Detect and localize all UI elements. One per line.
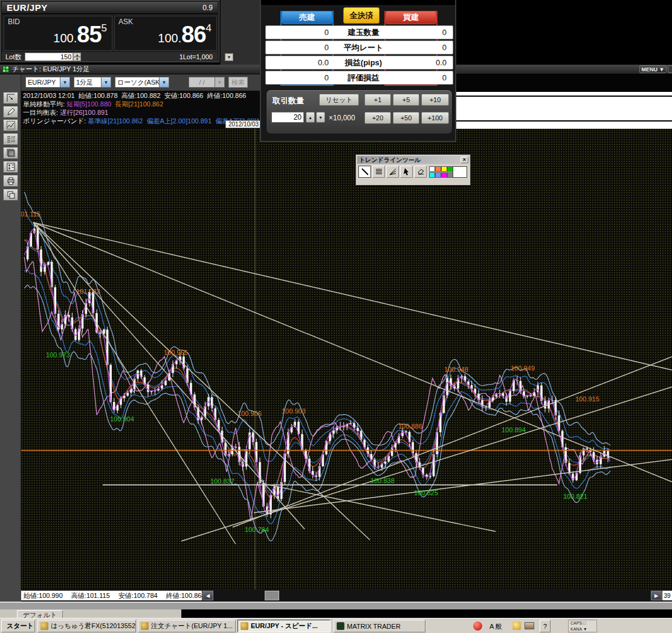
order-panel-grip[interactable]: [261, 0, 455, 6]
crosshair-date-text: 2012/10/03: [228, 121, 259, 128]
help-button[interactable]: ?: [540, 620, 551, 632]
chevron-down-icon[interactable]: ▼: [60, 77, 69, 87]
task-button-matrix-trader[interactable]: MATRIX TRADER: [334, 620, 425, 632]
svg-text:100.784: 100.784: [245, 526, 269, 533]
chart-style-select-value: ローソク(ASK): [115, 78, 159, 87]
panel-collapse-button[interactable]: ▼: [225, 53, 233, 61]
background-strip: [181, 609, 672, 618]
task-button-label: はっちゅう君FX(512013552...: [51, 622, 136, 631]
bollinger-legend-label: ボリンジャーバンド:: [23, 117, 86, 125]
chevron-down-icon[interactable]: ▼: [159, 77, 169, 87]
svg-text:100.894: 100.894: [502, 426, 526, 433]
print-button[interactable]: [3, 175, 18, 187]
bar-info-row: 2012/10/03 12:01 始値:100.878 高値:100.882 安…: [23, 91, 260, 100]
scroll-left-button[interactable]: ◀: [202, 591, 213, 600]
trendline-tool-titlebar[interactable]: トレンドラインツール ×: [357, 156, 470, 164]
qty-down-button[interactable]: ▼: [316, 112, 325, 123]
tray-status-icon[interactable]: [473, 622, 482, 631]
crosshair-tool-button[interactable]: [3, 92, 18, 104]
qty-up-button[interactable]: ▲: [306, 112, 315, 123]
inc-10-label: +10: [430, 96, 441, 103]
tray-toolbox-icon[interactable]: [525, 622, 534, 629]
buy-button[interactable]: 買建: [386, 11, 436, 24]
bar-count: 39: [664, 592, 670, 599]
scroll-right-button[interactable]: ▶: [651, 591, 662, 600]
start-button[interactable]: スタート: [1, 620, 35, 632]
svg-text:100.948: 100.948: [444, 366, 468, 373]
properties-tool-button[interactable]: [3, 161, 18, 173]
avg-rate-row: 0 平均レート 0: [265, 41, 453, 54]
scrollbar-thumb[interactable]: [265, 591, 279, 600]
multi-line-tool-button[interactable]: [372, 166, 385, 178]
svg-text:100.903: 100.903: [282, 407, 306, 415]
line-chart-tool-button[interactable]: [3, 119, 18, 131]
color-swatch[interactable]: [441, 166, 447, 172]
task-button-order-chart[interactable]: 注文チャート(EUR/JPY 1...: [138, 620, 236, 632]
task-button-label: MATRIX TRADER: [347, 623, 401, 630]
search-button[interactable]: 検索: [228, 77, 248, 88]
color-swatch[interactable]: [435, 166, 441, 172]
draw-tool-button[interactable]: [3, 106, 18, 118]
lot-down-button[interactable]: ▼: [73, 57, 81, 61]
partial-toolbar-button[interactable]: [668, 65, 672, 73]
avg-rate-label: 平均レート: [332, 42, 395, 53]
horizontal-lines-icon: [375, 167, 383, 176]
close-icon[interactable]: ×: [460, 157, 468, 163]
menu-button[interactable]: MENU ▼: [639, 65, 667, 73]
symbol-select[interactable]: EUR/JPY▼: [25, 77, 70, 88]
timeframe-select[interactable]: 1分足▼: [74, 77, 111, 88]
qty-input[interactable]: [271, 112, 304, 123]
sell-button[interactable]: 売建: [282, 11, 332, 24]
ask-panel[interactable]: ASK 100.864: [114, 16, 217, 51]
bid-price-big: 85: [77, 22, 101, 47]
inc-20-button[interactable]: +20: [364, 112, 391, 124]
color-swatch[interactable]: [435, 172, 441, 178]
close-all-button[interactable]: 全決済: [343, 7, 380, 24]
task-button-speed-order[interactable]: EUR/JPY - スピード...: [237, 620, 331, 632]
fan-line-tool-button[interactable]: [386, 166, 399, 178]
reset-button[interactable]: リセット: [319, 94, 359, 106]
inc-100-button[interactable]: +100: [421, 112, 449, 124]
color-swatch[interactable]: [429, 166, 435, 172]
ime-mode-label: A 般: [489, 623, 502, 630]
task-button-hacchukun[interactable]: はっちゅう君FX(512013552...: [37, 620, 136, 632]
app-icon: [141, 622, 149, 630]
inc-50-button[interactable]: +50: [393, 112, 419, 124]
lot-up-button[interactable]: ▲: [73, 53, 81, 57]
ime-caps-kana-box[interactable]: CAPS □ KANA ▼: [568, 620, 597, 632]
svg-text:100.973: 100.973: [46, 351, 70, 359]
speed-order-panel: 売建 全決済 買建 0 建玉数量 0 0 平均レート 0 0.0 損益(pips…: [260, 0, 456, 142]
svg-text:101.033: 101.033: [76, 288, 100, 295]
line-tool-button[interactable]: [358, 166, 371, 178]
chart-info-area: 2012/10/03 12:01 始値:100.878 高値:100.882 安…: [21, 91, 260, 129]
chevron-down-icon[interactable]: ▼: [101, 77, 111, 87]
eraser-tool-button[interactable]: [414, 166, 427, 178]
inc-1-button[interactable]: +1: [364, 94, 391, 106]
eraser-icon: [416, 167, 425, 176]
svg-text:100.821: 100.821: [563, 493, 587, 500]
color-swatch[interactable]: [429, 172, 435, 178]
current-color-swatch[interactable]: [453, 166, 467, 178]
date-select[interactable]: / /▼: [189, 77, 225, 88]
sell-button-label: 売建: [299, 12, 315, 23]
inc-10-button[interactable]: +10: [421, 94, 449, 106]
lot-input[interactable]: [25, 53, 73, 61]
grid-tool-button[interactable]: [3, 147, 18, 159]
inc-5-label: +5: [402, 96, 410, 103]
tray-tool-icon[interactable]: [512, 622, 521, 630]
workspace-tab-default[interactable]: デフォルト: [17, 610, 63, 618]
price-chart[interactable]: 101.115101.033100.973100.965100.904100.9…: [21, 129, 672, 589]
ime-mode-indicator[interactable]: A 般: [489, 622, 502, 631]
chart-style-select[interactable]: ローソク(ASK)▼: [115, 77, 169, 88]
color-swatch[interactable]: [441, 172, 447, 178]
bid-panel[interactable]: BID 100.855: [4, 16, 112, 51]
right-white-band: [456, 92, 672, 129]
grid-icon: [7, 149, 15, 157]
close-all-button-label: 全決済: [350, 10, 373, 21]
select-tool-button[interactable]: [400, 166, 413, 178]
price-levels-tool-button[interactable]: 115100: [3, 133, 18, 145]
copy-chart-button[interactable]: [3, 189, 18, 201]
inc-5-button[interactable]: +5: [393, 94, 419, 106]
line-chart-icon: [7, 121, 15, 129]
ask-price-main: 100.: [158, 31, 181, 45]
